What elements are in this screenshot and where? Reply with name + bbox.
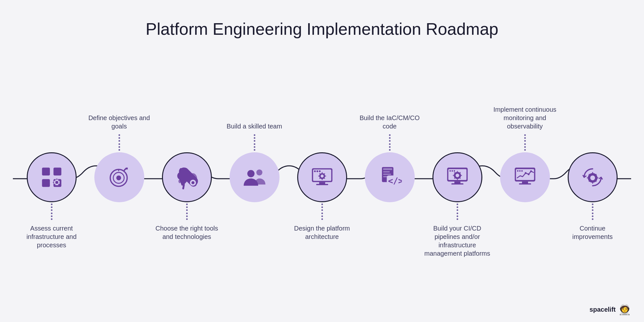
dot-line-below-tools <box>186 202 188 222</box>
svg-line-40 <box>319 178 320 179</box>
svg-line-63 <box>460 172 460 173</box>
svg-line-39 <box>324 173 325 174</box>
circle-icon-cicd <box>432 152 482 202</box>
svg-line-62 <box>460 178 460 178</box>
svg-point-29 <box>316 170 318 172</box>
svg-text:</>: </> <box>388 176 402 186</box>
dot-line-above-monitoring <box>524 133 526 152</box>
circle-icon-define <box>94 152 144 202</box>
label-above-assess <box>19 98 84 133</box>
astronaut-icon: 🧑‍🚀 <box>618 303 631 316</box>
step-define: Define objectives and goals <box>85 98 153 260</box>
step-architecture: Design the platform architecture <box>288 98 356 260</box>
svg-line-81 <box>589 174 590 175</box>
svg-point-32 <box>320 175 323 177</box>
label-above-improvements <box>560 98 625 133</box>
label-above-tools <box>155 98 219 133</box>
circle-icon-team <box>230 152 279 202</box>
page-title: Platform Engineering Implementation Road… <box>146 19 498 39</box>
svg-point-53 <box>451 170 453 172</box>
svg-line-38 <box>324 178 325 179</box>
svg-point-23 <box>256 169 262 175</box>
label-below-monitoring <box>491 222 559 260</box>
step-improvements: Continue improvements <box>559 98 626 260</box>
dot-line-above-iac <box>389 133 391 152</box>
svg-point-54 <box>453 170 455 172</box>
label-above-cicd <box>425 98 489 133</box>
svg-line-64 <box>454 178 455 178</box>
svg-point-22 <box>247 170 255 177</box>
svg-rect-68 <box>519 183 531 185</box>
step-team: Build a skilled team <box>221 98 288 260</box>
label-above-monitoring: Implement continuous monitoring and obse… <box>493 98 557 133</box>
spacelift-logo: spacelift 🧑‍🚀 <box>590 303 631 316</box>
label-above-iac: Build the IaC/CM/CO code <box>357 98 422 133</box>
svg-point-21 <box>191 181 194 184</box>
label-above-team: Build a skilled team <box>222 98 287 133</box>
label-below-iac <box>356 222 423 260</box>
svg-rect-43 <box>383 171 390 172</box>
step-cicd: Build your CI/CD pipelines and/or infras… <box>423 98 491 260</box>
svg-point-72 <box>525 172 526 174</box>
step-iac: Build the IaC/CM/CO code </> <box>356 98 423 260</box>
svg-point-76 <box>590 175 595 180</box>
svg-line-61 <box>454 172 455 173</box>
dot-line-above-team <box>254 133 255 152</box>
dot-line-below-cicd <box>457 202 458 222</box>
svg-point-52 <box>449 170 451 172</box>
circle-icon-architecture <box>297 152 347 202</box>
circle-icon-tools <box>162 152 212 202</box>
svg-line-83 <box>595 174 596 175</box>
svg-rect-1 <box>53 167 61 175</box>
step-monitoring: Implement continuous monitoring and obse… <box>491 98 559 260</box>
step-assess: Assess current infrastructure and proces… <box>18 98 85 260</box>
label-below-architecture: Design the platform architecture <box>288 222 356 260</box>
svg-point-5 <box>55 181 58 184</box>
dot-line-below-improvements <box>592 202 593 222</box>
svg-point-69 <box>517 170 518 172</box>
dot-line-below-assess <box>51 202 52 222</box>
svg-rect-0 <box>42 167 50 175</box>
svg-rect-2 <box>42 179 50 187</box>
svg-point-30 <box>319 170 321 172</box>
dot-line-above-define <box>118 133 120 152</box>
svg-line-84 <box>589 181 590 182</box>
svg-point-28 <box>314 170 316 172</box>
svg-rect-27 <box>316 184 328 185</box>
label-below-assess: Assess current infrastructure and proces… <box>18 222 85 260</box>
svg-line-82 <box>595 181 596 182</box>
steps-row: Assess current infrastructure and proces… <box>13 98 631 260</box>
circle-icon-iac: </> <box>365 152 415 202</box>
roadmap-container: Assess current infrastructure and proces… <box>13 58 631 299</box>
svg-line-37 <box>319 173 320 174</box>
svg-point-16 <box>116 175 121 180</box>
label-above-architecture <box>290 98 354 133</box>
label-below-define <box>85 222 153 260</box>
label-above-define: Define objectives and goals <box>87 98 151 133</box>
svg-point-74 <box>530 170 532 172</box>
svg-point-71 <box>521 170 523 172</box>
svg-point-56 <box>455 174 459 177</box>
circle-icon-improvements <box>568 152 618 202</box>
brand-name: spacelift <box>590 306 616 313</box>
svg-point-70 <box>519 170 521 172</box>
dot-line-below-architecture <box>321 202 323 222</box>
step-tools: Choose the right tools and technologies <box>153 98 221 260</box>
label-below-improvements: Continue improvements <box>559 222 626 260</box>
svg-rect-42 <box>383 168 392 170</box>
label-below-cicd: Build your CI/CD pipelines and/or infras… <box>423 222 491 260</box>
svg-point-73 <box>527 173 529 175</box>
label-below-tools: Choose the right tools and technologies <box>153 222 221 260</box>
circle-icon-monitoring <box>500 152 550 202</box>
svg-rect-44 <box>383 174 391 175</box>
label-below-team <box>221 222 288 260</box>
svg-rect-51 <box>451 183 463 185</box>
circle-icon-assess <box>27 152 77 202</box>
